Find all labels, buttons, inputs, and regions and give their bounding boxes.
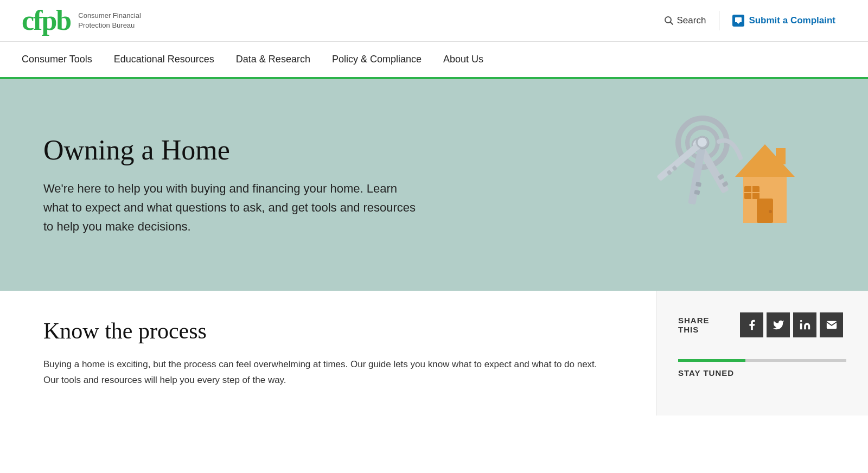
share-label: SHARE THIS (678, 316, 729, 334)
email-icon (826, 319, 838, 331)
nav-item-about-us[interactable]: About Us (443, 42, 505, 77)
hero-content: Owning a Home We're here to help you wit… (43, 134, 423, 237)
logo-text: cfpb (22, 7, 71, 35)
complaint-label: Submit a Complaint (749, 15, 835, 26)
svg-marker-3 (737, 22, 740, 24)
nav-item-consumer-tools[interactable]: Consumer Tools (22, 42, 114, 77)
hero-title: Owning a Home (43, 134, 423, 166)
linkedin-icon (799, 319, 811, 331)
stay-tuned-label: STAY TUNED (678, 368, 734, 378)
submit-complaint-button[interactable]: Submit a Complaint (722, 10, 846, 31)
nav-item-educational-resources[interactable]: Educational Resources (114, 42, 236, 77)
logo-subtitle-line1: Consumer Financial (78, 11, 141, 20)
cfpb-logo[interactable]: cfpb (22, 7, 71, 35)
stay-tuned-progress-bar (678, 359, 846, 362)
hero-description: We're here to help you with buying and f… (43, 179, 423, 237)
search-icon (664, 16, 674, 25)
section-title: Know the process (43, 318, 612, 344)
twitter-icon (773, 319, 784, 331)
stay-tuned-area: STAY TUNED (678, 359, 846, 378)
twitter-share-button[interactable] (767, 312, 790, 337)
content-left: Know the process Buying a home is exciti… (0, 291, 656, 416)
share-row: SHARE THIS (678, 312, 846, 337)
main-content: Know the process Buying a home is exciti… (0, 291, 868, 416)
nav-item-data-research[interactable]: Data & Research (236, 42, 332, 77)
facebook-share-button[interactable] (740, 312, 763, 337)
svg-point-25 (769, 210, 772, 213)
keys-house-illustration (618, 98, 803, 272)
main-nav: Consumer Tools Educational Resources Dat… (0, 42, 868, 79)
email-share-button[interactable] (820, 312, 843, 337)
hero-illustration (618, 98, 803, 272)
section-body: Buying a home is exciting, but the proce… (43, 357, 612, 388)
header-actions: Search Submit a Complaint (653, 10, 847, 31)
hero-section: Owning a Home We're here to help you wit… (0, 79, 868, 291)
nav-item-policy-compliance[interactable]: Policy & Compliance (332, 42, 443, 77)
svg-point-26 (800, 320, 802, 322)
logo-subtitle-line2: Protection Bureau (78, 21, 135, 29)
share-area: SHARE THIS (678, 312, 846, 337)
content-right: SHARE THIS (656, 291, 868, 416)
logo-area: cfpb Consumer Financial Protection Burea… (22, 7, 141, 35)
search-button[interactable]: Search (653, 11, 717, 30)
facebook-icon (746, 319, 758, 331)
svg-rect-2 (735, 17, 742, 22)
search-label: Search (677, 15, 706, 26)
site-header: cfpb Consumer Financial Protection Burea… (0, 0, 868, 42)
complaint-icon (732, 15, 744, 27)
svg-marker-19 (735, 144, 795, 177)
svg-line-1 (670, 22, 673, 25)
linkedin-share-button[interactable] (793, 312, 816, 337)
svg-rect-20 (776, 148, 786, 164)
logo-subtitle: Consumer Financial Protection Bureau (78, 11, 141, 30)
header-divider (719, 11, 719, 30)
